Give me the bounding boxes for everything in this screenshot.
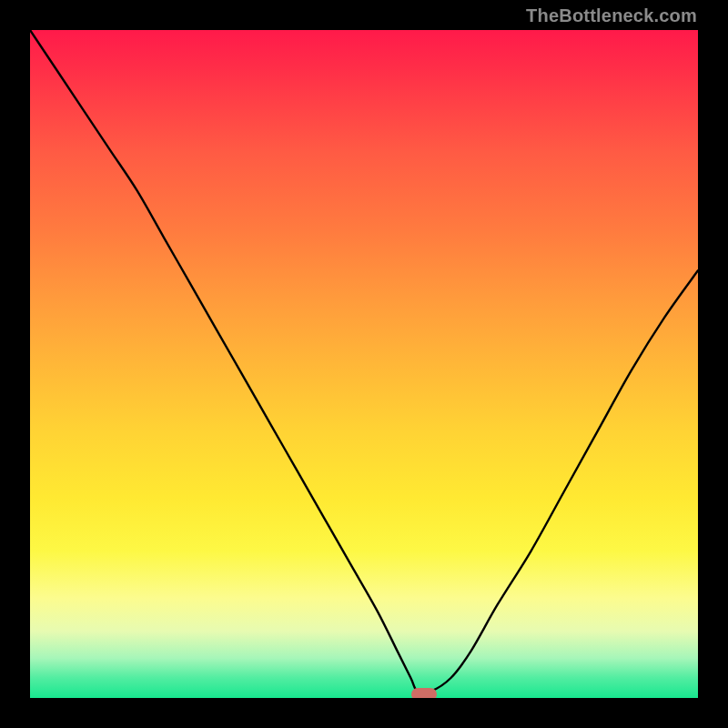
optimal-point-marker	[411, 688, 437, 698]
watermark-text: TheBottleneck.com	[526, 5, 697, 26]
plot-area	[30, 30, 698, 698]
bottleneck-curve	[30, 30, 698, 698]
chart-frame: TheBottleneck.com	[0, 0, 728, 728]
curve-path	[30, 30, 698, 693]
